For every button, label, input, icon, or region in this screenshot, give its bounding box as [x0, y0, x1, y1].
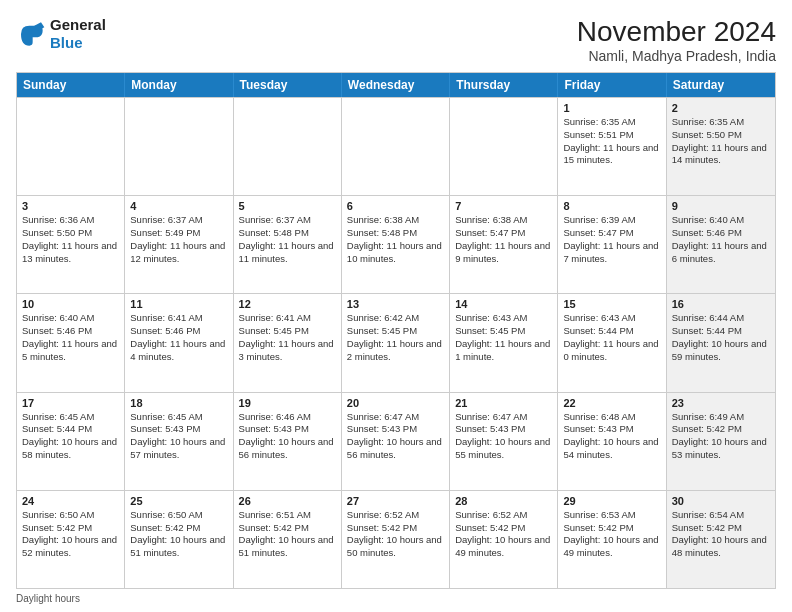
day-number: 8 [563, 200, 660, 212]
day-info: Sunrise: 6:41 AM Sunset: 5:45 PM Dayligh… [239, 312, 336, 363]
calendar-cell: 30Sunrise: 6:54 AM Sunset: 5:42 PM Dayli… [667, 491, 775, 588]
day-number: 17 [22, 397, 119, 409]
day-info: Sunrise: 6:41 AM Sunset: 5:46 PM Dayligh… [130, 312, 227, 363]
calendar-week: 3Sunrise: 6:36 AM Sunset: 5:50 PM Daylig… [17, 195, 775, 293]
day-info: Sunrise: 6:52 AM Sunset: 5:42 PM Dayligh… [347, 509, 444, 560]
day-info: Sunrise: 6:42 AM Sunset: 5:45 PM Dayligh… [347, 312, 444, 363]
calendar: SundayMondayTuesdayWednesdayThursdayFrid… [16, 72, 776, 589]
calendar-cell: 28Sunrise: 6:52 AM Sunset: 5:42 PM Dayli… [450, 491, 558, 588]
calendar-cell: 7Sunrise: 6:38 AM Sunset: 5:47 PM Daylig… [450, 196, 558, 293]
day-number: 19 [239, 397, 336, 409]
weekday-header: Friday [558, 73, 666, 97]
day-info: Sunrise: 6:54 AM Sunset: 5:42 PM Dayligh… [672, 509, 770, 560]
day-number: 11 [130, 298, 227, 310]
day-info: Sunrise: 6:53 AM Sunset: 5:42 PM Dayligh… [563, 509, 660, 560]
day-number: 22 [563, 397, 660, 409]
day-info: Sunrise: 6:39 AM Sunset: 5:47 PM Dayligh… [563, 214, 660, 265]
day-number: 23 [672, 397, 770, 409]
day-number: 6 [347, 200, 444, 212]
day-number: 26 [239, 495, 336, 507]
footer-note: Daylight hours [16, 589, 776, 604]
day-info: Sunrise: 6:43 AM Sunset: 5:44 PM Dayligh… [563, 312, 660, 363]
calendar-cell: 19Sunrise: 6:46 AM Sunset: 5:43 PM Dayli… [234, 393, 342, 490]
day-number: 7 [455, 200, 552, 212]
logo-line2: Blue [50, 34, 83, 51]
day-number: 2 [672, 102, 770, 114]
day-number: 20 [347, 397, 444, 409]
calendar-header: SundayMondayTuesdayWednesdayThursdayFrid… [17, 73, 775, 97]
day-info: Sunrise: 6:38 AM Sunset: 5:48 PM Dayligh… [347, 214, 444, 265]
calendar-cell: 14Sunrise: 6:43 AM Sunset: 5:45 PM Dayli… [450, 294, 558, 391]
day-info: Sunrise: 6:43 AM Sunset: 5:45 PM Dayligh… [455, 312, 552, 363]
calendar-cell [234, 98, 342, 195]
day-info: Sunrise: 6:48 AM Sunset: 5:43 PM Dayligh… [563, 411, 660, 462]
day-info: Sunrise: 6:37 AM Sunset: 5:49 PM Dayligh… [130, 214, 227, 265]
calendar-cell: 6Sunrise: 6:38 AM Sunset: 5:48 PM Daylig… [342, 196, 450, 293]
day-info: Sunrise: 6:45 AM Sunset: 5:44 PM Dayligh… [22, 411, 119, 462]
day-number: 15 [563, 298, 660, 310]
logo: General Blue [16, 16, 106, 52]
calendar-cell [450, 98, 558, 195]
calendar-cell: 13Sunrise: 6:42 AM Sunset: 5:45 PM Dayli… [342, 294, 450, 391]
calendar-cell: 25Sunrise: 6:50 AM Sunset: 5:42 PM Dayli… [125, 491, 233, 588]
calendar-cell [342, 98, 450, 195]
title-block: November 2024 Namli, Madhya Pradesh, Ind… [577, 16, 776, 64]
day-info: Sunrise: 6:38 AM Sunset: 5:47 PM Dayligh… [455, 214, 552, 265]
calendar-cell: 9Sunrise: 6:40 AM Sunset: 5:46 PM Daylig… [667, 196, 775, 293]
logo-text: General Blue [50, 16, 106, 52]
day-number: 14 [455, 298, 552, 310]
day-info: Sunrise: 6:35 AM Sunset: 5:51 PM Dayligh… [563, 116, 660, 167]
day-number: 9 [672, 200, 770, 212]
day-number: 1 [563, 102, 660, 114]
calendar-week: 24Sunrise: 6:50 AM Sunset: 5:42 PM Dayli… [17, 490, 775, 588]
day-info: Sunrise: 6:47 AM Sunset: 5:43 PM Dayligh… [455, 411, 552, 462]
day-info: Sunrise: 6:45 AM Sunset: 5:43 PM Dayligh… [130, 411, 227, 462]
calendar-cell: 18Sunrise: 6:45 AM Sunset: 5:43 PM Dayli… [125, 393, 233, 490]
calendar-cell: 4Sunrise: 6:37 AM Sunset: 5:49 PM Daylig… [125, 196, 233, 293]
day-number: 3 [22, 200, 119, 212]
calendar-cell: 16Sunrise: 6:44 AM Sunset: 5:44 PM Dayli… [667, 294, 775, 391]
calendar-week: 17Sunrise: 6:45 AM Sunset: 5:44 PM Dayli… [17, 392, 775, 490]
calendar-week: 10Sunrise: 6:40 AM Sunset: 5:46 PM Dayli… [17, 293, 775, 391]
day-info: Sunrise: 6:50 AM Sunset: 5:42 PM Dayligh… [22, 509, 119, 560]
header: General Blue November 2024 Namli, Madhya… [16, 16, 776, 64]
calendar-cell: 24Sunrise: 6:50 AM Sunset: 5:42 PM Dayli… [17, 491, 125, 588]
calendar-cell: 20Sunrise: 6:47 AM Sunset: 5:43 PM Dayli… [342, 393, 450, 490]
weekday-header: Thursday [450, 73, 558, 97]
calendar-cell: 22Sunrise: 6:48 AM Sunset: 5:43 PM Dayli… [558, 393, 666, 490]
day-info: Sunrise: 6:37 AM Sunset: 5:48 PM Dayligh… [239, 214, 336, 265]
calendar-cell: 23Sunrise: 6:49 AM Sunset: 5:42 PM Dayli… [667, 393, 775, 490]
calendar-cell: 3Sunrise: 6:36 AM Sunset: 5:50 PM Daylig… [17, 196, 125, 293]
calendar-cell [17, 98, 125, 195]
calendar-cell: 8Sunrise: 6:39 AM Sunset: 5:47 PM Daylig… [558, 196, 666, 293]
day-info: Sunrise: 6:46 AM Sunset: 5:43 PM Dayligh… [239, 411, 336, 462]
day-number: 29 [563, 495, 660, 507]
calendar-cell: 12Sunrise: 6:41 AM Sunset: 5:45 PM Dayli… [234, 294, 342, 391]
month-title: November 2024 [577, 16, 776, 48]
day-info: Sunrise: 6:52 AM Sunset: 5:42 PM Dayligh… [455, 509, 552, 560]
calendar-week: 1Sunrise: 6:35 AM Sunset: 5:51 PM Daylig… [17, 97, 775, 195]
calendar-cell: 2Sunrise: 6:35 AM Sunset: 5:50 PM Daylig… [667, 98, 775, 195]
day-info: Sunrise: 6:40 AM Sunset: 5:46 PM Dayligh… [22, 312, 119, 363]
calendar-cell: 11Sunrise: 6:41 AM Sunset: 5:46 PM Dayli… [125, 294, 233, 391]
day-info: Sunrise: 6:35 AM Sunset: 5:50 PM Dayligh… [672, 116, 770, 167]
calendar-cell: 5Sunrise: 6:37 AM Sunset: 5:48 PM Daylig… [234, 196, 342, 293]
day-number: 28 [455, 495, 552, 507]
logo-line1: General [50, 16, 106, 34]
day-number: 21 [455, 397, 552, 409]
day-info: Sunrise: 6:40 AM Sunset: 5:46 PM Dayligh… [672, 214, 770, 265]
weekday-header: Monday [125, 73, 233, 97]
day-number: 27 [347, 495, 444, 507]
day-number: 13 [347, 298, 444, 310]
logo-icon [16, 19, 46, 49]
day-info: Sunrise: 6:36 AM Sunset: 5:50 PM Dayligh… [22, 214, 119, 265]
day-number: 25 [130, 495, 227, 507]
calendar-cell: 21Sunrise: 6:47 AM Sunset: 5:43 PM Dayli… [450, 393, 558, 490]
weekday-header: Tuesday [234, 73, 342, 97]
calendar-cell [125, 98, 233, 195]
day-number: 18 [130, 397, 227, 409]
calendar-cell: 15Sunrise: 6:43 AM Sunset: 5:44 PM Dayli… [558, 294, 666, 391]
calendar-cell: 10Sunrise: 6:40 AM Sunset: 5:46 PM Dayli… [17, 294, 125, 391]
day-number: 24 [22, 495, 119, 507]
day-info: Sunrise: 6:51 AM Sunset: 5:42 PM Dayligh… [239, 509, 336, 560]
